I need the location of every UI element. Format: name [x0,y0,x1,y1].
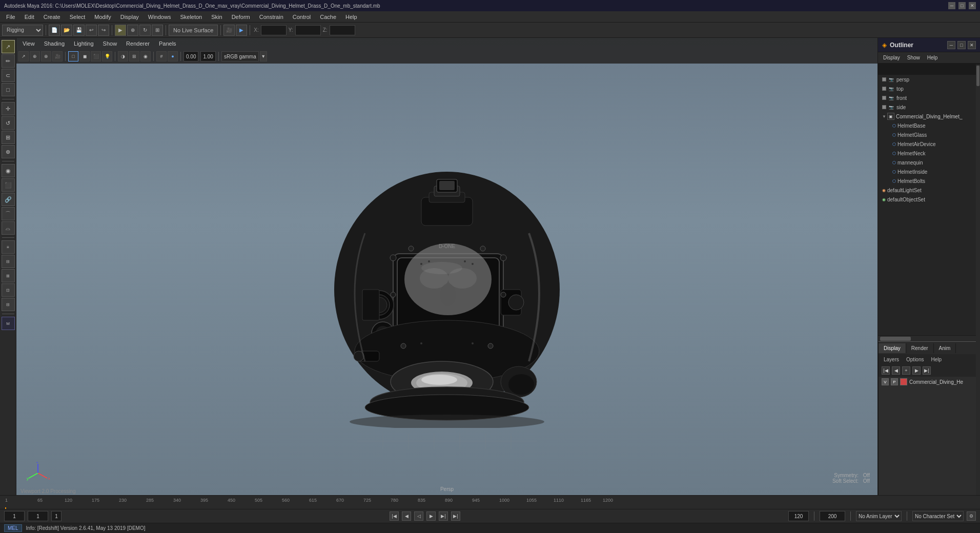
menu-control[interactable]: Control [289,13,315,21]
redo-button[interactable]: ↪ [98,25,109,36]
frame-start-field[interactable]: 1 [4,511,25,521]
vp-menu-lighting[interactable]: Lighting [70,39,98,48]
outliner-search-input[interactable] [878,64,980,75]
outliner-display-menu[interactable]: Display [880,54,903,61]
tab-render[interactable]: Render [906,343,934,353]
layer-v-button[interactable]: V [882,378,889,385]
layer-p-button[interactable]: P [891,378,898,385]
playback-end-field[interactable]: 200 [820,511,845,521]
outliner-item-helmetbase[interactable]: ⬡ HelmetBase [878,121,980,130]
attr4-button[interactable]: ⊡ [2,283,15,297]
vp-menu-shading[interactable]: Shading [40,39,69,48]
universal-button[interactable]: ⊕ [2,145,15,158]
vp-cam-btn[interactable]: 🎥 [52,51,63,61]
attr3-button[interactable]: ⊞ [2,269,15,282]
layer-color-swatch[interactable] [900,378,907,385]
timeline[interactable]: 1 65 120 175 230 285 340 395 450 505 560… [0,495,980,509]
outliner-item-mannequin[interactable]: ⬡ mannequin [878,158,980,167]
play-start-button[interactable]: |◀ [390,511,399,521]
layer-fwd-button[interactable]: ▶ [912,366,921,375]
frame-marker-field[interactable]: 1 [51,511,62,521]
save-scene-button[interactable]: 💾 [73,25,85,36]
menu-file[interactable]: File [2,13,19,21]
help-menu[interactable]: Help [928,356,945,363]
layer-prev-button[interactable]: |◀ [882,366,890,375]
outliner-show-menu[interactable]: Show [904,54,923,61]
scale-button[interactable]: ⊞ [2,131,15,144]
frame-end-field[interactable]: 120 [788,511,809,521]
menu-skeleton[interactable]: Skeleton [176,13,206,21]
soft-mod-button[interactable]: ◉ [2,164,15,177]
outliner-item-helmetairdevice[interactable]: ⬡ HelmetAirDevice [878,139,980,149]
select-button[interactable]: ↗ [2,40,15,53]
vp-grid-btn[interactable]: # [156,51,167,61]
rigging-dropdown[interactable]: Rigging [2,25,43,36]
outliner-vscroll[interactable] [976,65,980,495]
render-view-button[interactable]: ▶ [236,25,247,36]
outliner-item-lightset[interactable]: ◉ defaultLightSet [878,186,980,195]
outliner-item-top[interactable]: 📷 top [878,84,980,93]
vp-smooth-btn[interactable]: ◼ [79,51,90,61]
outliner-close-button[interactable]: ✕ [968,41,976,49]
vp-snap2-btn[interactable]: ⊗ [41,51,51,61]
outliner-item-persp[interactable]: 📷 persp [878,75,980,84]
open-scene-button[interactable]: 📂 [61,25,72,36]
surface-button[interactable]: ⌓ [2,221,15,235]
play-end-button[interactable]: ▶| [451,511,460,521]
tab-anim[interactable]: Anim [934,343,956,353]
curve-button[interactable]: ⌒ [2,207,15,220]
outliner-maximize-button[interactable]: □ [957,41,966,49]
scale-tool-button[interactable]: ⊞ [152,25,163,36]
anim-layer-select[interactable]: No Anim Layer [856,511,902,521]
attr2-button[interactable]: ⊟ [2,255,15,268]
menu-cache[interactable]: Cache [316,13,340,21]
close-button[interactable]: ✕ [969,2,976,9]
menu-skin[interactable]: Skin [207,13,226,21]
step-back-button[interactable]: ◀ [402,511,411,521]
outliner-item-helmet-group[interactable]: ▼ ▣ Commercial_Diving_Helmet_ [878,112,980,121]
hscroll-thumb[interactable] [880,337,911,341]
outliner-item-side[interactable]: 📷 side [878,102,980,112]
snap-button[interactable]: 🔗 [2,193,15,206]
outliner-item-helmetbolts[interactable]: ⬡ HelmetBolts [878,176,980,186]
vp-menu-panels[interactable]: Panels [155,39,180,48]
menu-deform[interactable]: Deform [228,13,254,21]
outliner-content[interactable]: 📷 persp 📷 top 📷 front 📷 [878,75,980,335]
viewport[interactable]: View Shading Lighting Show Renderer Pane… [16,38,877,495]
menu-display[interactable]: Display [116,13,143,21]
vp-snap-btn[interactable]: ⊕ [30,51,40,61]
select-tool-button[interactable]: ▶ [115,25,126,36]
vp-texture-btn[interactable]: ⬛ [91,51,101,61]
vp-menu-show[interactable]: Show [99,39,121,48]
x-value[interactable] [261,25,287,35]
attr5-button[interactable]: ⊟ [2,298,15,311]
mel-label[interactable]: MEL [4,524,22,532]
y-value[interactable] [295,25,321,35]
translate-tool-button[interactable]: ⊕ [127,25,138,36]
outliner-item-objectset[interactable]: ◉ defaultObjectSet [878,195,980,204]
menu-edit[interactable]: Edit [21,13,38,21]
vp-xray-btn[interactable]: ⊞ [129,51,139,61]
outliner-minimize-button[interactable]: ─ [947,41,955,49]
layers-menu[interactable]: Layers [881,356,902,363]
menu-windows[interactable]: Windows [144,13,175,21]
step-forward-button[interactable]: ▶| [439,511,448,521]
menu-select[interactable]: Select [66,13,90,21]
play-forward-button[interactable]: ▶ [426,511,436,521]
menu-create[interactable]: Create [39,13,65,21]
render-settings-button[interactable]: 🎥 [223,25,235,36]
maximize-button[interactable]: □ [958,2,966,9]
options-menu[interactable]: Options [903,356,927,363]
outliner-help-menu[interactable]: Help [924,54,941,61]
vp-wireframe-btn[interactable]: □ [68,51,78,61]
vp-select-btn[interactable]: ↗ [18,51,29,61]
outliner-item-helmetneck[interactable]: ⬡ HelmetNeck [878,149,980,158]
rotate-button[interactable]: ↺ [2,116,15,130]
outliner-item-helmetglass[interactable]: ⬡ HelmetGlass [878,130,980,139]
vp-light-btn[interactable]: 💡 [102,51,112,61]
play-back-button[interactable]: ◁ [414,511,423,521]
lasso-button[interactable]: ⊂ [2,69,15,82]
attr1-button[interactable]: ≡ [2,240,15,254]
vp-menu-view[interactable]: View [18,39,39,48]
outliner-item-front[interactable]: 📷 front [878,93,980,102]
